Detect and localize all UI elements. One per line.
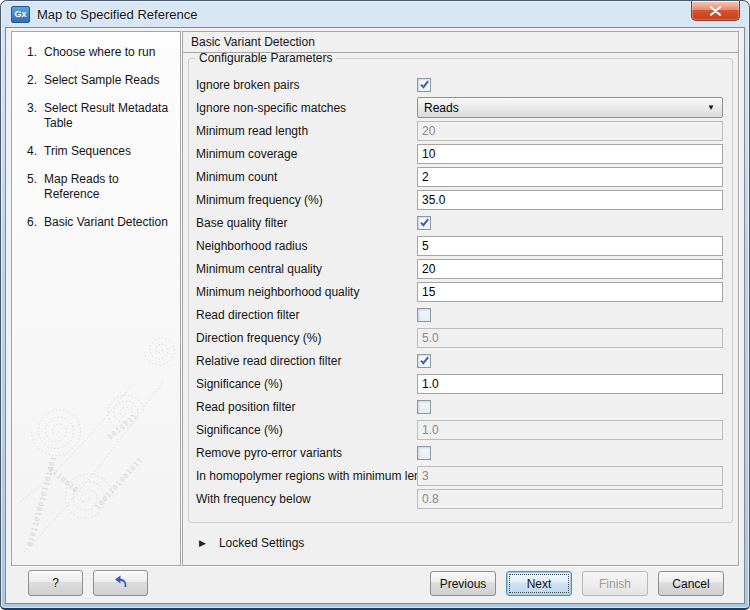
- param-control: [417, 308, 723, 322]
- wizard-step-6: 6.Basic Variant Detection: [22, 215, 176, 230]
- step-number: 5.: [22, 172, 37, 202]
- param-label: Read position filter: [196, 400, 417, 414]
- param-control: [417, 78, 723, 92]
- spiral-graphic: [144, 338, 174, 365]
- param-row: Remove pyro-error variants: [189, 441, 732, 464]
- help-button[interactable]: ?: [28, 570, 83, 596]
- step-label: Choose where to run: [44, 45, 176, 60]
- dialog-content: 010110100101101001 1001101001011 0011011…: [5, 27, 745, 604]
- wizard-steps-panel: 010110100101101001 1001101001011 0011011…: [11, 31, 181, 566]
- param-row: Minimum neighborhood quality: [189, 280, 732, 303]
- param-row: Minimum frequency (%): [189, 188, 732, 211]
- step-number: 4.: [22, 144, 37, 159]
- param-label: Ignore broken pairs: [196, 78, 417, 92]
- param-label: In homopolymer regions with minimum leng…: [196, 469, 417, 483]
- window-title: Map to Specified Reference: [37, 7, 197, 22]
- step-label: Select Sample Reads: [44, 73, 176, 88]
- minimum-coverage-input[interactable]: [417, 144, 723, 164]
- step-label: Basic Variant Detection: [44, 215, 176, 230]
- param-control: [417, 144, 723, 164]
- param-label: Minimum count: [196, 170, 417, 184]
- param-control: [417, 167, 723, 187]
- wizard-step-3: 3.Select Result Metadata Table: [22, 101, 176, 131]
- minimum-count-input[interactable]: [417, 167, 723, 187]
- ignore-broken-pairs-checkbox[interactable]: [417, 78, 431, 92]
- checkmark-icon: [419, 79, 430, 90]
- step-label: Select Result Metadata Table: [44, 101, 176, 131]
- param-label: Minimum neighborhood quality: [196, 285, 417, 299]
- param-label: Direction frequency (%): [196, 331, 417, 345]
- wizard-step-4: 4.Trim Sequences: [22, 144, 176, 159]
- param-control: [417, 466, 723, 486]
- locked-settings-label: Locked Settings: [219, 536, 304, 550]
- next-button[interactable]: Next: [506, 571, 572, 596]
- param-row: In homopolymer regions with minimum leng…: [189, 464, 732, 487]
- reset-button[interactable]: [93, 570, 148, 596]
- param-control: [417, 446, 723, 460]
- param-control: [417, 374, 723, 394]
- dropdown-selected-value: Reads: [424, 101, 459, 115]
- significance-input[interactable]: [417, 374, 723, 394]
- wizard-step-5: 5.Map Reads to Reference: [22, 172, 176, 202]
- param-row: Read position filter: [189, 395, 732, 418]
- param-label: Neighborhood radius: [196, 239, 417, 253]
- param-label: Minimum central quality: [196, 262, 417, 276]
- minimum-neighborhood-quality-input[interactable]: [417, 282, 723, 302]
- button-bar: ? PreviousNextFinishCancel: [6, 565, 744, 603]
- cancel-button[interactable]: Cancel: [658, 571, 724, 596]
- minimum-read-length-input: [417, 121, 723, 141]
- param-control: [417, 236, 723, 256]
- previous-button[interactable]: Previous: [430, 571, 496, 596]
- param-control: [417, 259, 723, 279]
- param-control: [417, 489, 723, 509]
- param-row: Ignore non-specific matchesReads▼: [189, 96, 732, 119]
- param-row: Base quality filter: [189, 211, 732, 234]
- param-label: With frequency below: [196, 492, 417, 506]
- param-label: Minimum frequency (%): [196, 193, 417, 207]
- wizard-step-1: 1.Choose where to run: [22, 45, 176, 60]
- param-control: [417, 121, 723, 141]
- direction-frequency-input: [417, 328, 723, 348]
- with-frequency-below-input: [417, 489, 723, 509]
- checkmark-icon: [419, 355, 430, 366]
- step-number: 2.: [22, 73, 37, 88]
- significance-input: [417, 420, 723, 440]
- param-row: Significance (%): [189, 418, 732, 441]
- param-row: Minimum count: [189, 165, 732, 188]
- in-homopolymer-regions-with-minimum-length-input: [417, 466, 723, 486]
- param-row: Read direction filter: [189, 303, 732, 326]
- param-row: Minimum central quality: [189, 257, 732, 280]
- minimum-central-quality-input[interactable]: [417, 259, 723, 279]
- remove-pyro-error-variants-checkbox[interactable]: [417, 446, 431, 460]
- param-row: Minimum read length: [189, 119, 732, 142]
- minimum-frequency-input[interactable]: [417, 190, 723, 210]
- title-bar[interactable]: Gx Map to Specified Reference: [1, 1, 749, 27]
- param-label: Ignore non-specific matches: [196, 101, 417, 115]
- app-logo-icon: Gx: [11, 6, 30, 23]
- dropdown-arrow-icon: ▼: [707, 104, 715, 112]
- read-direction-filter-checkbox[interactable]: [417, 308, 431, 322]
- dialog-window: Gx Map to Specified Reference 0101101001…: [0, 0, 750, 610]
- param-label: Significance (%): [196, 377, 417, 391]
- step-label: Trim Sequences: [44, 144, 176, 159]
- spiral-graphic: [31, 410, 80, 456]
- group-title: Configurable Parameters: [195, 51, 336, 65]
- undo-arrow-icon: [112, 574, 129, 589]
- param-row: With frequency below: [189, 487, 732, 510]
- wizard-step-list: 1.Choose where to run2.Select Sample Rea…: [12, 32, 180, 230]
- param-control: [417, 400, 723, 414]
- parameter-rows: Ignore broken pairsIgnore non-specific m…: [189, 73, 732, 510]
- locked-settings-toggle[interactable]: ▶ Locked Settings: [199, 536, 304, 550]
- relative-read-direction-filter-checkbox[interactable]: [417, 354, 431, 368]
- param-control: [417, 354, 723, 368]
- read-position-filter-checkbox[interactable]: [417, 400, 431, 414]
- param-row: Neighborhood radius: [189, 234, 732, 257]
- param-row: Significance (%): [189, 372, 732, 395]
- base-quality-filter-checkbox[interactable]: [417, 216, 431, 230]
- neighborhood-radius-input[interactable]: [417, 236, 723, 256]
- configurable-parameters-group: Configurable Parameters Ignore broken pa…: [188, 51, 733, 523]
- param-control: [417, 282, 723, 302]
- ignore-non-specific-matches-dropdown[interactable]: Reads▼: [417, 97, 723, 118]
- param-row: Relative read direction filter: [189, 349, 732, 372]
- close-button[interactable]: [691, 1, 740, 21]
